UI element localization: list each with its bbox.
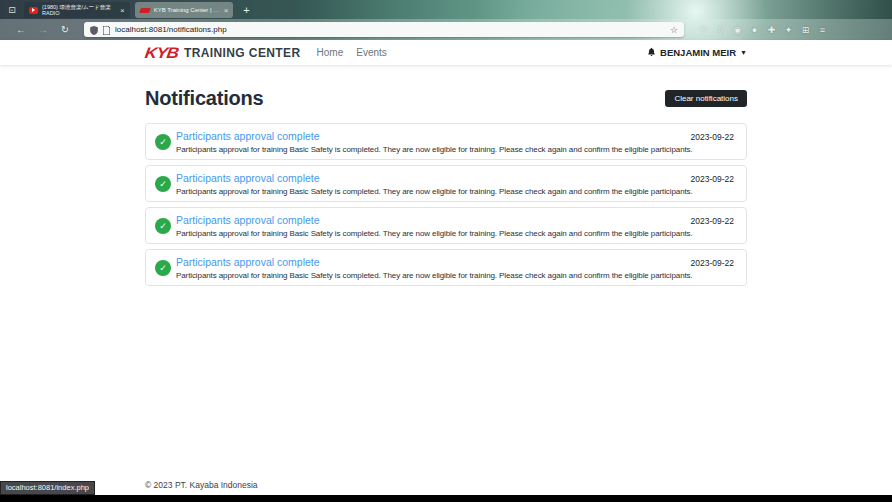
- youtube-favicon: [29, 7, 38, 14]
- nav-link-home[interactable]: Home: [317, 47, 344, 58]
- notification-date: 2023-09-22: [691, 258, 734, 268]
- bookmark-star-icon[interactable]: ☆: [670, 25, 678, 35]
- menu-icon[interactable]: ≡: [817, 25, 828, 35]
- bell-icon: [647, 47, 656, 59]
- back-button[interactable]: ←: [10, 24, 32, 35]
- user-name: BENJAMIN MEIR: [660, 47, 736, 58]
- tab-close-icon[interactable]: ×: [120, 6, 125, 15]
- firefox-view-icon[interactable]: ⊡: [5, 4, 19, 17]
- page-info-icon[interactable]: [103, 21, 110, 39]
- clear-notifications-button[interactable]: Clear notifications: [665, 90, 747, 107]
- notification-date: 2023-09-22: [691, 216, 734, 226]
- new-tab-button[interactable]: +: [238, 4, 254, 16]
- notification-card: ✓ Participants approval complete 2023-09…: [145, 249, 747, 286]
- notification-date: 2023-09-22: [691, 174, 734, 184]
- link-status-bar: localhost:8081/index.php: [0, 481, 95, 495]
- notification-title-link[interactable]: Participants approval complete: [176, 130, 320, 142]
- page-content: KYB TRAINING CENTER Home Events BENJAMIN…: [0, 40, 892, 495]
- tab-youtube[interactable]: (1980) 環境音楽/ムード音楽 RADIO ×: [24, 2, 130, 18]
- extension-badge-icon[interactable]: ✦: [783, 25, 794, 35]
- notification-body: Participants approval for training Basic…: [176, 271, 734, 280]
- crosshair-icon[interactable]: ✚: [766, 25, 777, 35]
- notification-title-link[interactable]: Participants approval complete: [176, 214, 320, 226]
- footer-copyright: © 2023 PT. Kayaba Indonesia: [145, 480, 258, 490]
- notification-card: ✓ Participants approval complete 2023-09…: [145, 123, 747, 160]
- tab-title: (1980) 環境音楽/ムード音楽 RADIO: [42, 4, 116, 17]
- notification-body: Participants approval for training Basic…: [176, 187, 734, 196]
- success-check-icon: ✓: [155, 176, 171, 192]
- account-icon[interactable]: ◉: [732, 25, 743, 35]
- page-title: Notifications: [145, 87, 264, 110]
- kyb-logo[interactable]: KYB: [144, 44, 179, 62]
- notification-date: 2023-09-22: [691, 132, 734, 142]
- notification-card: ✓ Participants approval complete 2023-09…: [145, 207, 747, 244]
- forward-button[interactable]: →: [32, 24, 54, 35]
- site-nav: Home Events: [317, 47, 387, 58]
- success-check-icon: ✓: [155, 218, 171, 234]
- notification-list: ✓ Participants approval complete 2023-09…: [145, 123, 747, 286]
- success-check-icon: ✓: [155, 260, 171, 276]
- notification-body: Participants approval for training Basic…: [176, 145, 734, 154]
- screenshot-icon[interactable]: ⊞: [800, 25, 811, 35]
- browser-chrome: ⊡ (1980) 環境音楽/ムード音楽 RADIO × KYB Training…: [0, 0, 892, 40]
- tab-close-icon[interactable]: ×: [224, 6, 229, 15]
- chevron-down-icon: ▼: [740, 49, 747, 56]
- notification-title-link[interactable]: Participants approval complete: [176, 172, 320, 184]
- tab-title: KYB Training Center | Admin D…: [154, 7, 220, 14]
- navigation-toolbar: ← → ↻ localhost:8081/notifications.php ☆…: [0, 19, 892, 40]
- notification-title-link[interactable]: Participants approval complete: [176, 256, 320, 268]
- notification-card: ✓ Participants approval complete 2023-09…: [145, 165, 747, 202]
- reload-button[interactable]: ↻: [54, 24, 76, 35]
- tab-bar: ⊡ (1980) 環境音楽/ムード音楽 RADIO × KYB Training…: [0, 0, 892, 19]
- kyb-favicon: [139, 8, 151, 13]
- shield-heart-icon[interactable]: ♡: [698, 25, 709, 35]
- extension-toolbar: ♡ ⇩ ◉ ● ✚ ✦ ⊞ ≡: [698, 25, 828, 35]
- adblock-icon[interactable]: ●: [749, 25, 760, 35]
- url-text[interactable]: localhost:8081/notifications.php: [115, 25, 665, 34]
- notification-body: Participants approval for training Basic…: [176, 229, 734, 238]
- brand-title: TRAINING CENTER: [184, 46, 301, 60]
- screen-bottom-strip: [0, 495, 892, 502]
- user-dropdown[interactable]: BENJAMIN MEIR ▼: [647, 47, 747, 59]
- success-check-icon: ✓: [155, 134, 171, 150]
- shield-icon[interactable]: [90, 21, 98, 39]
- site-header: KYB TRAINING CENTER Home Events BENJAMIN…: [0, 40, 892, 65]
- url-bar[interactable]: localhost:8081/notifications.php ☆: [84, 22, 684, 37]
- download-icon[interactable]: ⇩: [715, 25, 726, 35]
- nav-link-events[interactable]: Events: [356, 47, 387, 58]
- tab-kyb-training-center[interactable]: KYB Training Center | Admin D… ×: [135, 2, 234, 18]
